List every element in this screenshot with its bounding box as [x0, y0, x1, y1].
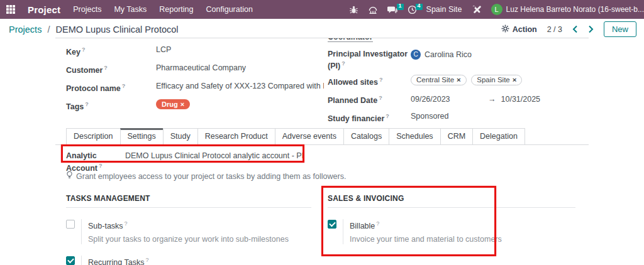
tab-research-product[interactable]: Research Product — [197, 128, 275, 145]
apps-menu-icon[interactable] — [6, 5, 15, 14]
setting-divider — [81, 256, 82, 265]
planned-date-end[interactable]: 10/31/2025 — [501, 94, 541, 104]
notebook-tabs: Description Settings Study Research Prod… — [66, 128, 525, 145]
field-pi-label: Principal Investigator (PI)? — [328, 50, 411, 71]
clipped-coordinator-label: Coordinator — [328, 38, 582, 42]
help-icon: ? — [125, 220, 128, 227]
breadcrumb-current: DEMO Lupus Clinical Protocol — [55, 24, 178, 35]
tab-adverse-events[interactable]: Adverse events — [275, 128, 344, 145]
new-button[interactable]: New — [604, 21, 636, 37]
followers-tip-text: Grant employees access to your project o… — [76, 172, 346, 181]
section-sales-title: SALES & INVOICING — [328, 194, 575, 208]
breadcrumb-projects-link[interactable]: Projects — [9, 24, 42, 35]
tag-remove-icon[interactable]: × — [180, 100, 184, 108]
planned-date-start[interactable]: 09/26/2023 — [411, 94, 488, 104]
field-study-financier-value[interactable]: Sponsored — [411, 111, 448, 124]
user-avatar: L — [491, 4, 502, 15]
help-icon: ? — [104, 65, 108, 71]
user-menu[interactable]: L Luz Helena Barreto Norato (16-sweet-b.… — [491, 4, 644, 15]
pager-counter: 2 / 3 — [547, 25, 562, 34]
field-customer: Customer? Pharmaceutical Company — [66, 63, 324, 75]
date-range-arrow-icon: → — [488, 94, 496, 104]
action-label: Action — [513, 25, 537, 34]
section-tasks-management: TASKS MANAGEMENT Sub-tasks? Split your t… — [66, 194, 311, 265]
activities-clock-icon[interactable]: 4 — [408, 5, 417, 14]
tag-drug[interactable]: Drug× — [156, 99, 190, 109]
tools-icon[interactable] — [472, 5, 482, 14]
help-icon: ? — [99, 163, 103, 169]
field-key-value[interactable]: LCP — [156, 45, 171, 57]
tab-catalogs[interactable]: Catalogs — [343, 128, 389, 145]
setting-divider — [81, 219, 82, 244]
phone-icon[interactable] — [368, 5, 378, 14]
field-key: Key? LCP — [66, 45, 324, 57]
pi-name[interactable]: Carolina Rico — [425, 50, 472, 60]
help-icon: ? — [82, 46, 86, 53]
billable-label: Billable? — [350, 219, 502, 231]
tag-remove-icon[interactable]: × — [457, 76, 461, 84]
followers-tip: Grant employees access to your project o… — [66, 171, 346, 181]
help-icon: ? — [85, 101, 89, 107]
setting-billable: Billable? Invoice your time and material… — [328, 219, 575, 244]
tag-remove-icon[interactable]: × — [513, 76, 517, 84]
field-allowed-sites-value: Central Site× Spain Site× — [411, 75, 525, 87]
project-form-sheet: Key? LCP Customer? Pharmaceutical Compan… — [55, 38, 589, 265]
site-switcher[interactable]: Spain Site — [426, 5, 462, 14]
tab-delegation[interactable]: Delegation — [472, 128, 525, 145]
field-analytic-account-value[interactable]: DEMO Lupus Clinical Protocol analytic ac… — [125, 151, 303, 173]
field-protocol-name-value[interactable]: Efficacy and Safety of XXX-123 Compared … — [156, 81, 324, 94]
field-customer-label: Customer? — [66, 63, 156, 75]
field-key-label: Key? — [66, 45, 156, 57]
lightbulb-icon — [66, 171, 73, 181]
control-panel: Projects / DEMO Lupus Clinical Protocol … — [0, 19, 644, 40]
tab-study[interactable]: Study — [163, 128, 198, 145]
help-icon: ? — [145, 257, 148, 263]
recurring-tasks-checkbox[interactable] — [66, 256, 75, 265]
section-sales-invoicing: SALES & INVOICING Billable? Invoice your… — [328, 194, 575, 256]
field-protocol-name: Protocol name? Efficacy and Safety of XX… — [66, 81, 324, 94]
menu-configuration[interactable]: Configuration — [206, 5, 253, 14]
menu-my-tasks[interactable]: My Tasks — [114, 5, 147, 14]
sub-tasks-label: Sub-tasks? — [88, 219, 289, 231]
site-tag-central[interactable]: Central Site× — [411, 75, 467, 85]
pager-previous-icon[interactable] — [572, 25, 578, 33]
sub-tasks-description: Split your tasks to organize your work i… — [88, 235, 289, 244]
action-menu-button[interactable]: Action — [501, 24, 537, 35]
tab-description[interactable]: Description — [66, 128, 121, 145]
activities-badge: 4 — [416, 4, 423, 10]
recurring-tasks-label: Recurring Tasks? — [88, 256, 229, 265]
site-tag-spain[interactable]: Spain Site× — [471, 75, 522, 85]
messages-icon[interactable]: 1 — [387, 5, 398, 14]
field-protocol-name-label: Protocol name? — [66, 81, 156, 94]
help-icon: ? — [122, 83, 126, 89]
field-tags-label: Tags? — [66, 99, 156, 112]
messages-badge: 1 — [397, 4, 404, 10]
field-pi-value[interactable]: C Carolina Rico — [411, 50, 472, 71]
pi-avatar: C — [411, 50, 421, 60]
menu-projects[interactable]: Projects — [73, 5, 101, 14]
setting-divider — [343, 219, 343, 244]
bug-icon[interactable] — [349, 5, 358, 14]
field-customer-value[interactable]: Pharmaceutical Company — [156, 63, 246, 75]
field-study-financier-label: Study financier? — [328, 111, 411, 124]
field-allowed-sites-label: Allowed sites? — [328, 75, 411, 87]
pager-arrows — [572, 25, 594, 33]
field-principal-investigator: Principal Investigator (PI)? C Carolina … — [328, 50, 582, 71]
tab-settings[interactable]: Settings — [120, 128, 164, 145]
tab-schedules[interactable]: Schedules — [389, 128, 440, 145]
tab-crm[interactable]: CRM — [440, 128, 473, 145]
field-analytic-account-label: Analytic Account? — [66, 151, 125, 173]
field-planned-date-label: Planned Date? — [328, 93, 411, 105]
section-tasks-title: TASKS MANAGEMENT — [66, 194, 311, 208]
field-tags: Tags? Drug× — [66, 99, 324, 112]
navbar-left: Project Projects My Tasks Reporting Conf… — [6, 4, 253, 15]
app-name[interactable]: Project — [28, 4, 60, 15]
menu-reporting[interactable]: Reporting — [159, 5, 193, 14]
help-icon: ? — [341, 60, 345, 67]
field-study-financier: Study financier? Sponsored — [328, 111, 582, 124]
help-icon: ? — [376, 220, 379, 227]
sub-tasks-checkbox[interactable] — [66, 220, 75, 229]
help-icon: ? — [379, 95, 382, 101]
billable-checkbox[interactable] — [328, 220, 336, 229]
pager-next-icon[interactable] — [588, 25, 594, 33]
